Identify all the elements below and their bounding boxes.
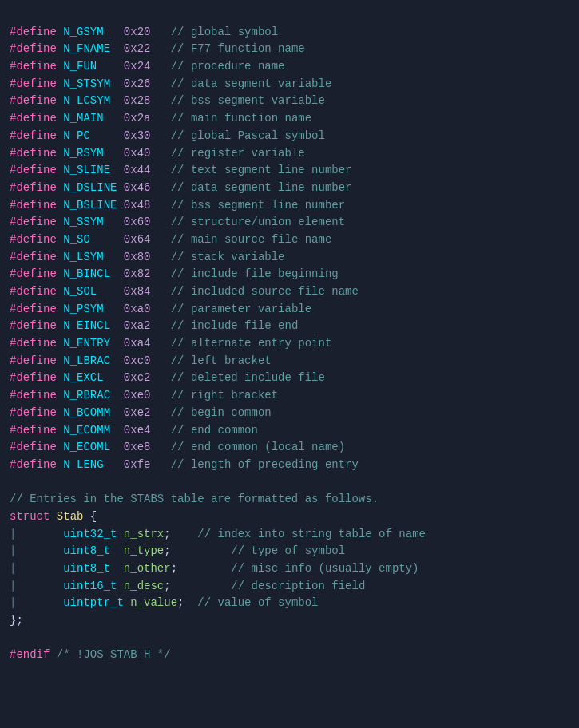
- bar-1: |: [10, 528, 16, 540]
- macro-N_RSYM: N_RSYM: [63, 147, 103, 160]
- struct-open-brace: {: [90, 510, 97, 523]
- hex-26: 0xfe: [124, 458, 151, 471]
- field-name-desc: n_desc: [124, 580, 164, 592]
- comment-10: // data segment line number: [171, 181, 352, 194]
- macro-N_FNAME: N_FNAME: [63, 42, 110, 55]
- define-kw-25: #define: [10, 441, 57, 453]
- struct-keyword: struct: [10, 510, 50, 523]
- define-kw-14: #define: [10, 251, 57, 263]
- code-container: #define N_GSYM 0x20 // global symbol #de…: [10, 6, 569, 664]
- comment-23: // begin common: [171, 406, 272, 419]
- field-type-2: uint8_t: [63, 544, 110, 557]
- macro-N_BCOMM: N_BCOMM: [63, 406, 110, 419]
- comment-11: // bss segment line number: [171, 199, 345, 212]
- hex-18: 0xa2: [124, 319, 151, 332]
- comment-25: // end common (local name): [171, 441, 345, 453]
- macro-N_ECOMM: N_ECOMM: [63, 424, 110, 437]
- define-kw-1: #define: [10, 26, 57, 38]
- macro-N_SO: N_SO: [63, 233, 90, 246]
- define-kw-3: #define: [10, 60, 57, 73]
- comment-6: // main function name: [171, 112, 311, 125]
- define-kw-26: #define: [10, 458, 57, 471]
- comment-17: // parameter variable: [171, 303, 311, 315]
- define-kw-8: #define: [10, 147, 57, 160]
- comment-8: // register variable: [171, 147, 305, 160]
- macro-N_STSYM: N_STSYM: [63, 77, 110, 90]
- hex-19: 0xa4: [124, 337, 151, 350]
- macro-N_EINCL: N_EINCL: [63, 319, 110, 332]
- define-kw-19: #define: [10, 337, 57, 350]
- struct-name: Stab: [57, 510, 84, 523]
- comment-3: // procedure name: [171, 60, 285, 73]
- bar-5: |: [10, 596, 16, 609]
- comment-5: // bss segment variable: [171, 94, 325, 107]
- define-kw-4: #define: [10, 77, 57, 90]
- comment-9: // text segment line number: [171, 164, 352, 176]
- hex-12: 0x60: [124, 216, 151, 228]
- hex-1: 0x20: [124, 26, 151, 38]
- semi-1: ;: [164, 528, 170, 540]
- define-kw-21: #define: [10, 371, 57, 384]
- comment-19: // alternate entry point: [171, 337, 332, 350]
- hex-16: 0x84: [124, 285, 151, 298]
- bar-2: |: [10, 544, 16, 557]
- field-comment-2: // type of symbol: [231, 544, 345, 557]
- field-comment-4: // description field: [231, 580, 365, 592]
- field-name-type: n_type: [124, 544, 164, 557]
- define-kw-18: #define: [10, 319, 57, 332]
- comment-13: // main source file name: [171, 233, 332, 246]
- macro-N_SSYM: N_SSYM: [63, 216, 103, 228]
- define-kw-11: #define: [10, 199, 57, 212]
- hex-9: 0x44: [124, 164, 151, 176]
- macro-N_ECOML: N_ECOML: [63, 441, 110, 453]
- field-type-5: uintptr_t: [63, 596, 124, 609]
- hex-10: 0x46: [124, 181, 151, 194]
- macro-N_ENTRY: N_ENTRY: [63, 337, 110, 350]
- define-kw-12: #define: [10, 216, 57, 228]
- hex-22: 0xe0: [124, 389, 151, 402]
- hex-14: 0x80: [124, 251, 151, 263]
- define-kw-16: #define: [10, 285, 57, 298]
- field-name-value: n_value: [130, 596, 177, 609]
- macro-N_SOL: N_SOL: [63, 285, 97, 298]
- stabs-comment: // Entries in the STABS table are format…: [10, 493, 379, 505]
- field-type-3: uint8_t: [63, 562, 110, 575]
- field-comment-5: // value of symbol: [197, 596, 318, 609]
- hex-5: 0x28: [124, 94, 151, 107]
- field-name-strx: n_strx: [124, 528, 164, 540]
- define-kw-2: #define: [10, 42, 57, 55]
- define-kw-5: #define: [10, 94, 57, 107]
- hex-21: 0xc2: [124, 371, 151, 384]
- define-kw-20: #define: [10, 354, 57, 367]
- semi-3: ;: [171, 562, 177, 575]
- field-type-4: uint16_t: [63, 580, 117, 592]
- hex-6: 0x2a: [124, 112, 151, 125]
- hex-23: 0xe2: [124, 406, 151, 419]
- comment-7: // global Pascal symbol: [171, 129, 325, 142]
- field-type-1: uint32_t: [63, 528, 117, 540]
- comment-15: // include file beginning: [171, 267, 339, 280]
- macro-N_PSYM: N_PSYM: [63, 303, 103, 315]
- macro-N_BSLINE: N_BSLINE: [63, 199, 117, 212]
- comment-4: // data segment variable: [171, 77, 332, 90]
- macro-N_SLINE: N_SLINE: [63, 164, 110, 176]
- comment-20: // left bracket: [171, 354, 272, 367]
- macro-N_LBRAC: N_LBRAC: [63, 354, 110, 367]
- macro-N_LENG: N_LENG: [63, 458, 103, 471]
- define-kw-17: #define: [10, 303, 57, 315]
- hex-8: 0x40: [124, 147, 151, 160]
- hex-7: 0x30: [124, 129, 151, 142]
- hex-3: 0x24: [124, 60, 151, 73]
- macro-N_RBRAC: N_RBRAC: [63, 389, 110, 402]
- hex-24: 0xe4: [124, 424, 151, 437]
- macro-N_GSYM: N_GSYM: [63, 26, 103, 38]
- comment-24: // end common: [171, 424, 258, 437]
- macro-N_DSLINE: N_DSLINE: [63, 181, 117, 194]
- hex-13: 0x64: [124, 233, 151, 246]
- comment-2: // F77 function name: [171, 42, 305, 55]
- endif-directive: #endif: [10, 648, 50, 661]
- hex-11: 0x48: [124, 199, 151, 212]
- hex-17: 0xa0: [124, 303, 151, 315]
- macro-N_LCSYM: N_LCSYM: [63, 94, 110, 107]
- hex-25: 0xe8: [124, 441, 151, 453]
